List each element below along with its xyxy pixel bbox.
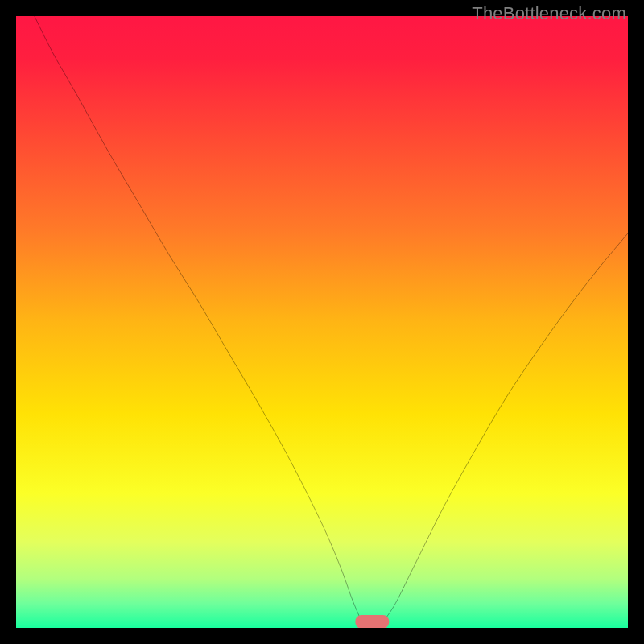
watermark-text: TheBottleneck.com xyxy=(472,3,626,24)
gradient-background xyxy=(16,16,628,628)
chart-svg xyxy=(16,16,628,628)
chart-frame: TheBottleneck.com xyxy=(0,0,644,644)
marker-pill xyxy=(355,615,389,628)
